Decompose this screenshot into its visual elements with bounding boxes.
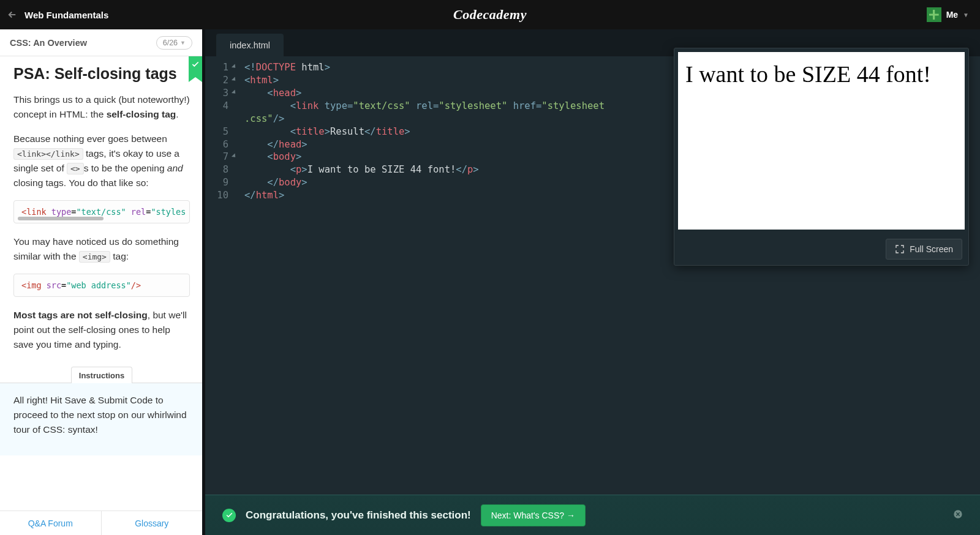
preview-toolbar: Full Screen — [674, 233, 968, 265]
lesson-panel: CSS: An Overview 6/26 ▼ PSA: Self-closin… — [0, 29, 202, 535]
step-indicator: 6/26 — [163, 39, 178, 47]
fullscreen-button[interactable]: Full Screen — [886, 239, 962, 260]
file-tab[interactable]: index.html — [216, 34, 284, 56]
inline-code: <> — [67, 163, 84, 174]
code-example: <link type="text/css" rel="styles — [13, 200, 190, 223]
step-selector[interactable]: 6/26 ▼ — [156, 36, 192, 50]
inline-code: <img> — [79, 251, 110, 263]
lesson-paragraph: Most tags are not self-closing, but we'l… — [13, 308, 190, 352]
instructions-body: All right! Hit Save & Submit Code to pro… — [0, 383, 202, 455]
success-bar: Congratulations, you've finished this se… — [205, 495, 980, 535]
line-gutter: 1 2 3 4 5 6 7 8 9 10 — [205, 61, 233, 535]
course-title: Web Fundamentals — [24, 10, 108, 20]
success-message: Congratulations, you've finished this se… — [246, 509, 471, 522]
user-menu[interactable]: Me ▼ — [927, 7, 980, 22]
next-button[interactable]: Next: What's CSS?→ — [481, 504, 586, 526]
top-bar: Web Fundamentals Codecademy Me ▼ — [0, 0, 980, 29]
qa-forum-link[interactable]: Q&A Forum — [0, 511, 101, 535]
close-button[interactable] — [953, 509, 963, 522]
lesson-header: CSS: An Overview 6/26 ▼ — [0, 29, 202, 56]
inline-code: <link></link> — [13, 148, 83, 160]
chevron-down-icon: ▼ — [963, 12, 969, 18]
check-icon — [222, 509, 236, 522]
lesson-paragraph: Because nothing ever goes between <link>… — [13, 132, 190, 190]
horizontal-scrollbar[interactable] — [18, 217, 104, 220]
back-button[interactable] — [0, 9, 24, 20]
code-example: <img src="web address"/> — [13, 274, 190, 297]
avatar — [927, 7, 941, 22]
user-label: Me — [946, 10, 958, 20]
preview-panel: I want to be SIZE 44 font! Full Screen — [674, 48, 969, 266]
glossary-link[interactable]: Glossary — [102, 511, 203, 535]
section-title: CSS: An Overview — [10, 38, 156, 48]
lesson-footer: Q&A Forum Glossary — [0, 511, 202, 535]
workspace: CSS: An Overview 6/26 ▼ PSA: Self-closin… — [0, 29, 980, 535]
preview-output: I want to be SIZE 44 font! — [678, 52, 965, 230]
chevron-down-icon: ▼ — [180, 40, 186, 46]
lesson-paragraph: You may have noticed us do something sim… — [13, 234, 190, 264]
brand-logo: Codecademy — [453, 7, 527, 23]
instructions-tab: Instructions — [71, 367, 132, 383]
lesson-paragraph: This brings us to a quick (but noteworth… — [13, 92, 190, 122]
fullscreen-icon — [895, 244, 905, 254]
lesson-heading: PSA: Self-closing tags — [13, 65, 190, 83]
editor-area: index.html 1 2 3 4 5 6 7 8 9 10 <!DOCTYP… — [202, 29, 980, 535]
preview-text: I want to be SIZE 44 font! — [685, 61, 931, 87]
lesson-content[interactable]: PSA: Self-closing tags This brings us to… — [0, 56, 202, 511]
complete-ribbon — [189, 56, 202, 77]
